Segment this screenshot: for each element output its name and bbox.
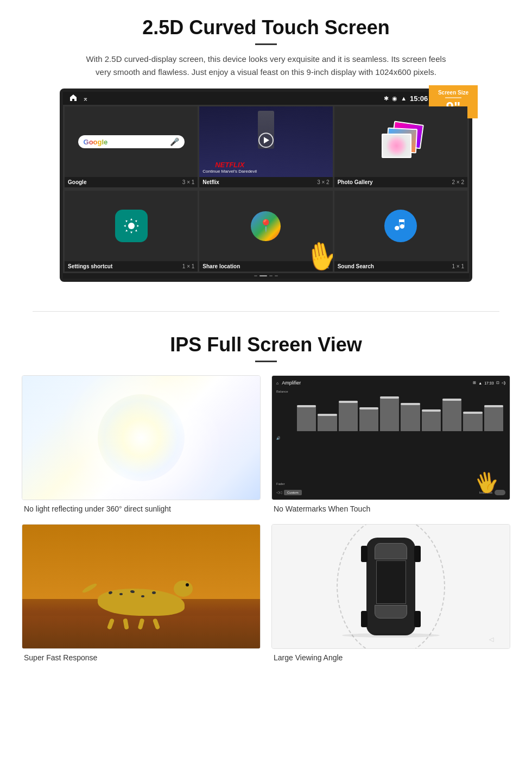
google-name: Google	[68, 179, 86, 185]
app-grid-bottom: Settings shortcut 1 × 1 📍 🤚	[63, 189, 469, 273]
dot-1	[254, 275, 257, 276]
amp-vol-icon: ◁)	[502, 381, 505, 385]
hand-icon: 🤚	[302, 238, 333, 272]
settings-name: Settings shortcut	[68, 263, 112, 269]
eq-bar-1	[297, 405, 316, 431]
title-divider	[255, 43, 277, 45]
eq-bar-10	[484, 405, 503, 431]
svg-point-0	[128, 223, 135, 229]
feature-car: ◁ Large Viewing Angle	[271, 524, 510, 662]
music-note-icon	[392, 218, 409, 234]
features-grid: No light reflecting under 360° direct su…	[22, 375, 510, 662]
amp-fader-label: Fader	[276, 482, 293, 485]
status-time: 15:06	[410, 94, 428, 103]
share-name: Share location	[202, 263, 240, 269]
cheetah-image	[22, 524, 261, 649]
device-mockup: Screen Size 9" ⌅ ✱	[60, 89, 472, 282]
cheetah-visual	[22, 525, 260, 648]
section1-desc: With 2.5D curved-display screen, this de…	[81, 53, 451, 79]
eq-bar-3	[339, 401, 358, 431]
gallery-size: 2 × 2	[452, 179, 464, 185]
amp-camera-icon: ⊡	[496, 381, 499, 385]
eq-bar-2	[318, 414, 337, 431]
car-shadow	[342, 633, 440, 638]
google-search-bar[interactable]: Google 🎤	[78, 135, 185, 148]
sound-label-row: Sound Search 1 × 1	[334, 261, 467, 272]
settings-size: 1 × 1	[182, 263, 195, 269]
wheel-fl	[361, 546, 368, 562]
bluetooth-icon: ✱	[384, 95, 389, 102]
eq-bar-9	[463, 412, 482, 431]
angle-indicator: ◁	[489, 636, 493, 643]
amplifier-image: ⌂ Amplifier ⊞ ▲ 17:33 ⊡ ◁)	[271, 375, 510, 500]
cheetah-label: Super Fast Response	[22, 653, 261, 662]
statusbar: ⌅ ✱ ◉ ▲ 15:06 ⊡ ◁) ⊠	[63, 92, 469, 105]
settings-icon-wrap	[115, 210, 148, 242]
watermarks-label: No Watermarks When Touch	[271, 504, 510, 513]
google-logo: Google	[84, 138, 108, 146]
netflix-subtitle: Continue Marvel's Daredevil	[202, 169, 257, 174]
home-icon	[69, 94, 77, 103]
car-visual: ◁	[272, 525, 510, 648]
section-curved-screen: 2.5D Curved Touch Screen With 2.5D curve…	[0, 0, 532, 295]
amp-time: 17:33	[484, 381, 494, 385]
gallery-label-row: Photo Gallery 2 × 2	[334, 177, 467, 187]
amp-back-btn: ◁◁	[276, 490, 282, 495]
amp-footer: ◁◁ Custom loudness	[276, 490, 505, 495]
sound-name: Sound Search	[338, 263, 374, 269]
sunlight-image	[22, 375, 261, 500]
app-cell-gallery[interactable]: Photo Gallery 2 × 2	[334, 106, 467, 187]
wifi-icon: ▲	[401, 95, 407, 102]
amp-equalizer	[295, 388, 505, 431]
amp-title: Amplifier	[282, 380, 301, 386]
gallery-photo-3	[382, 134, 411, 158]
gallery-name: Photo Gallery	[338, 179, 373, 185]
sunlight-visual	[22, 376, 260, 500]
netflix-name: Netflix	[202, 179, 219, 185]
badge-divider	[445, 97, 461, 98]
settings-label-row: Settings shortcut 1 × 1	[65, 261, 198, 272]
amp-settings-icon: ⊞	[473, 381, 476, 385]
car-oval	[337, 524, 445, 649]
car-image: ◁	[271, 524, 510, 649]
statusbar-left: ⌅	[69, 94, 88, 103]
eq-bar-7	[422, 409, 441, 431]
app-grid-top: Google 🎤 Google 3 × 1	[63, 105, 469, 189]
eq-bar-5	[380, 396, 399, 431]
dot-indicators	[63, 273, 469, 279]
netflix-size: 3 × 2	[317, 179, 330, 185]
sound-icon-wrap	[384, 210, 417, 242]
netflix-label-row: Netflix 3 × 2	[199, 177, 332, 187]
gallery-stack	[379, 120, 422, 163]
feature-sunlight: No light reflecting under 360° direct su…	[22, 375, 261, 513]
amp-custom-btn[interactable]: Custom	[284, 490, 302, 495]
feature-watermarks: ⌂ Amplifier ⊞ ▲ 17:33 ⊡ ◁)	[271, 375, 510, 513]
title-divider-2	[255, 361, 277, 362]
sound-size: 1 × 1	[452, 263, 464, 269]
device-screen: ⌅ ✱ ◉ ▲ 15:06 ⊡ ◁) ⊠	[60, 89, 472, 282]
netflix-play-btn[interactable]	[258, 133, 274, 148]
wheel-rl	[361, 611, 368, 627]
eq-bar-4	[359, 407, 378, 431]
car-body-top	[366, 538, 415, 635]
cheetah-body	[92, 583, 190, 621]
car-windshield	[375, 543, 407, 559]
google-size: 3 × 1	[182, 179, 195, 185]
app-cell-sound[interactable]: Sound Search 1 × 1	[334, 191, 467, 272]
maps-icon: 📍	[251, 211, 281, 241]
wheel-rr	[414, 611, 421, 627]
google-mic-icon: 🎤	[170, 137, 179, 146]
app-cell-share[interactable]: 📍 🤚 Share location 1 × 1	[199, 191, 332, 272]
car-roof	[376, 560, 406, 604]
section-ips: IPS Full Screen View No light reflecting…	[0, 328, 532, 678]
app-cell-settings[interactable]: Settings shortcut 1 × 1	[65, 191, 198, 272]
wheel-fr	[414, 546, 421, 562]
app-cell-netflix[interactable]: NETFLIX Continue Marvel's Daredevil Netf…	[199, 106, 332, 187]
badge-label: Screen Size	[432, 90, 474, 96]
gear-icon	[122, 217, 141, 235]
dot-3	[269, 275, 273, 276]
netflix-content: NETFLIX Continue Marvel's Daredevil	[199, 106, 332, 177]
car-rear-windshield	[375, 605, 407, 619]
feature-cheetah: Super Fast Response	[22, 524, 261, 662]
app-cell-google[interactable]: Google 🎤 Google 3 × 1	[65, 106, 198, 187]
